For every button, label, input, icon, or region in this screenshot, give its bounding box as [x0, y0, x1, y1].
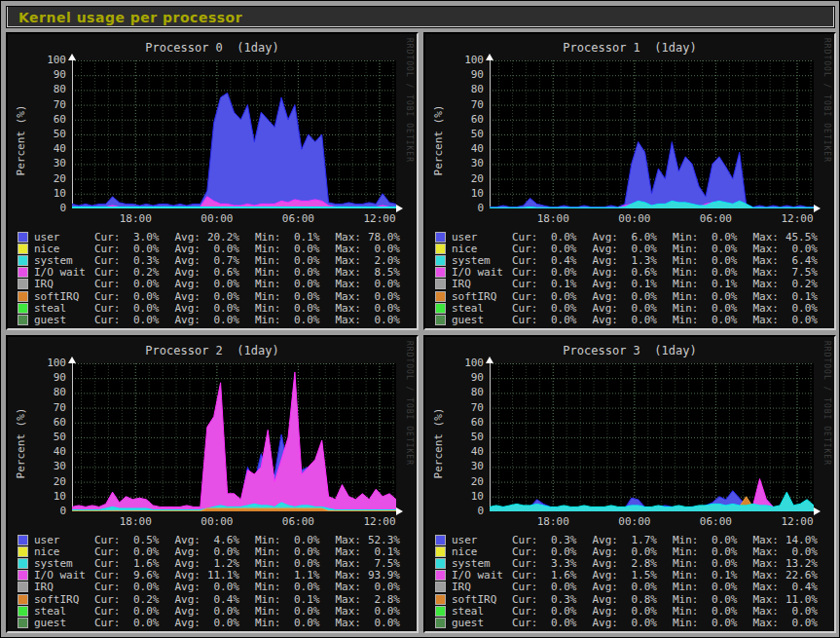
stat-value: 0.0%	[121, 290, 160, 303]
stat-label: Max:	[753, 581, 780, 593]
stat-label: Avg:	[175, 545, 201, 558]
stat-group: Avg:0.0%	[593, 581, 658, 593]
stat-group: Cur:0.0%	[94, 278, 160, 290]
stat-label: Avg:	[593, 569, 619, 582]
stat-value: 0.0%	[618, 302, 657, 315]
stat-group: Max:0.0%	[753, 617, 819, 629]
stat-value: 0.0%	[121, 314, 160, 326]
stat-value: 0.0%	[618, 605, 657, 618]
stat-label: Cur:	[94, 545, 121, 558]
stat-group: Cur:9.6%	[94, 569, 160, 582]
chart-svg	[72, 60, 396, 208]
series-name: softIRQ	[34, 290, 94, 303]
stat-group: Min:0.0%	[673, 605, 738, 618]
legend-row: system Cur:3.3%Avg:2.8%Min:0.0%Max:13.2%	[435, 557, 828, 569]
series-name: user	[34, 231, 94, 244]
stat-value: 0.0%	[281, 254, 320, 267]
chart-plot-area[interactable]	[72, 60, 396, 208]
stat-label: Cur:	[94, 534, 121, 546]
legend-row: nice Cur:0.0%Avg:0.0%Min:0.0%Max:0.1%	[18, 545, 411, 557]
chart-plot-area[interactable]	[72, 363, 396, 511]
stat-group: Avg:0.1%	[593, 278, 658, 290]
stat-value: 0.0%	[201, 617, 239, 629]
y-tick-label: 10	[443, 491, 484, 503]
y-tick-label: 10	[443, 188, 484, 200]
graph-title: Processor 0 (1day)	[8, 41, 417, 55]
stat-label: Max:	[336, 254, 362, 267]
series-color-swatch	[435, 291, 446, 302]
processor-panel-2: RRDTOOL / TOBI OETIKER Processor 2 (1day…	[6, 335, 419, 633]
stat-group: Max:45.5%	[753, 231, 819, 244]
stat-value: 0.3%	[538, 593, 577, 606]
stat-value: 0.0%	[281, 581, 320, 593]
stat-group: Min:0.0%	[255, 266, 320, 279]
legend-row: softIRQ Cur:0.0%Avg:0.0%Min:0.0%Max:0.1%	[435, 290, 828, 302]
stat-label: Max:	[336, 605, 362, 618]
y-axis-arrow-icon	[68, 54, 76, 60]
stat-value: 0.1%	[281, 231, 320, 244]
legend-row: guest Cur:0.0%Avg:0.0%Min:0.0%Max:0.0%	[18, 314, 411, 325]
stat-value: 20.2%	[201, 231, 239, 244]
stat-value: 0.0%	[699, 593, 738, 606]
monitoring-window: Kernel usage per processor RRDTOOL / TOB…	[0, 0, 840, 638]
stat-label: Avg:	[593, 231, 619, 244]
x-tick-label: 18:00	[524, 515, 582, 528]
stat-group: Min:0.0%	[673, 534, 738, 546]
stat-label: Max:	[753, 593, 780, 606]
legend-row: system Cur:0.4%Avg:1.3%Min:0.0%Max:6.4%	[435, 254, 828, 266]
y-tick-label: 80	[443, 387, 484, 398]
series-color-swatch	[435, 244, 446, 254]
series-color-swatch	[435, 594, 446, 605]
stat-value: 0.1%	[618, 278, 657, 290]
stat-group: Avg:0.0%	[175, 617, 240, 629]
stat-value: 0.0%	[699, 231, 738, 244]
stat-group: Min:0.0%	[255, 545, 320, 558]
y-axis-ticks: 1009080706050403020100	[25, 55, 66, 215]
stat-label: Avg:	[175, 314, 201, 326]
stat-group: Max:0.0%	[336, 243, 401, 255]
stat-label: Min:	[673, 545, 699, 558]
stat-group: Max:0.0%	[753, 605, 819, 618]
stat-value: 93.9%	[361, 569, 400, 582]
stat-group: Max:0.1%	[753, 290, 819, 303]
stat-value: 0.0%	[281, 534, 320, 546]
stat-value: 0.0%	[361, 605, 400, 618]
stat-group: Max:7.5%	[336, 557, 401, 570]
stat-group: Min:0.0%	[673, 581, 738, 593]
y-tick-label: 40	[25, 446, 66, 458]
series-name: guest	[452, 314, 512, 326]
legend-row: I/O wait Cur:0.2%Avg:0.6%Min:0.0%Max:8.5…	[18, 267, 411, 279]
y-tick-label: 50	[443, 432, 484, 443]
stat-group: Cur:0.0%	[512, 290, 577, 303]
chart-plot-area[interactable]	[490, 60, 814, 208]
stat-group: Max:7.5%	[753, 266, 819, 279]
stat-label: Max:	[753, 617, 780, 629]
stat-group: Max:52.3%	[336, 534, 401, 546]
stat-group: Avg:0.4%	[175, 593, 240, 606]
stat-value: 1.6%	[121, 557, 160, 570]
y-tick-label: 20	[25, 476, 66, 488]
y-tick-label: 60	[25, 417, 66, 429]
stat-value: 0.0%	[201, 605, 239, 618]
stat-group: Min:0.0%	[673, 231, 738, 244]
series-name: guest	[34, 617, 94, 629]
series-name: system	[34, 254, 94, 267]
chart-plot-area[interactable]	[490, 363, 814, 511]
stat-value: 0.0%	[281, 266, 320, 279]
stat-value: 0.0%	[538, 243, 577, 255]
stat-value: 0.0%	[538, 231, 577, 244]
stat-label: Max:	[753, 231, 780, 244]
legend-row: system Cur:1.6%Avg:1.2%Min:0.0%Max:7.5%	[18, 557, 411, 569]
stat-group: Avg:0.0%	[593, 290, 658, 303]
stat-group: Avg:0.0%	[175, 605, 240, 618]
stat-group: Avg:0.0%	[593, 302, 658, 315]
stat-group: Max:0.0%	[753, 302, 819, 315]
stat-value: 0.0%	[538, 581, 577, 593]
x-tick-label: 06:00	[686, 515, 745, 528]
stat-label: Avg:	[593, 302, 619, 315]
rrdtool-watermark: RRDTOOL / TOBI OETIKER	[822, 341, 831, 466]
stat-label: Min:	[255, 302, 281, 315]
stat-label: Avg:	[593, 617, 619, 629]
stat-group: Min:0.1%	[255, 593, 320, 606]
series-color-swatch	[18, 594, 28, 605]
